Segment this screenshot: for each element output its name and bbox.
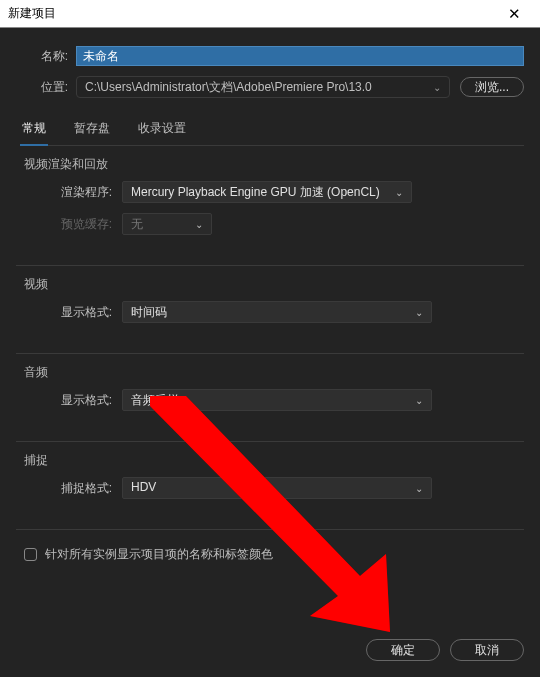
chevron-down-icon: ⌄: [433, 82, 441, 93]
tabstrip: 常规 暂存盘 收录设置: [20, 116, 524, 146]
capture-format-select[interactable]: HDV ⌄: [122, 477, 432, 499]
audio-display-value: 音频采样: [131, 393, 179, 407]
section-title-video-render: 视频渲染和回放: [24, 156, 518, 173]
section-audio: 音频 显示格式: 音频采样 ⌄: [16, 354, 524, 427]
location-select[interactable]: C:\Users\Administrator\文档\Adobe\Premiere…: [76, 76, 450, 98]
section-title-capture: 捕捉: [24, 452, 518, 469]
video-display-row: 显示格式: 时间码 ⌄: [24, 301, 518, 323]
chevron-down-icon: ⌄: [415, 307, 423, 318]
preview-cache-select: 无 ⌄: [122, 213, 212, 235]
renderer-value: Mercury Playback Engine GPU 加速 (OpenCL): [131, 185, 380, 199]
audio-display-row: 显示格式: 音频采样 ⌄: [24, 389, 518, 411]
show-names-checkbox[interactable]: [24, 548, 37, 561]
show-names-label: 针对所有实例显示项目项的名称和标签颜色: [45, 546, 273, 563]
dialog-footer: 确定 取消: [366, 639, 524, 661]
name-input[interactable]: [76, 46, 524, 66]
close-icon[interactable]: ✕: [496, 5, 532, 23]
capture-format-row: 捕捉格式: HDV ⌄: [24, 477, 518, 499]
preview-cache-label: 预览缓存:: [52, 216, 122, 233]
title-bar: 新建项目 ✕: [0, 0, 540, 28]
section-capture: 捕捉 捕捉格式: HDV ⌄: [16, 442, 524, 515]
capture-format-value: HDV: [131, 480, 156, 494]
show-names-row: 针对所有实例显示项目项的名称和标签颜色: [24, 546, 524, 563]
name-row: 名称:: [16, 46, 524, 66]
section-title-video: 视频: [24, 276, 518, 293]
header-form: 名称: 位置: C:\Users\Administrator\文档\Adobe\…: [0, 28, 540, 98]
chevron-down-icon: ⌄: [395, 187, 403, 198]
section-video-render: 视频渲染和回放 渲染程序: Mercury Playback Engine GP…: [16, 146, 524, 251]
audio-display-label: 显示格式:: [52, 392, 122, 409]
capture-format-label: 捕捉格式:: [52, 480, 122, 497]
divider: [16, 529, 524, 530]
section-title-audio: 音频: [24, 364, 518, 381]
location-value: C:\Users\Administrator\文档\Adobe\Premiere…: [85, 80, 372, 94]
tab-scratch-disks[interactable]: 暂存盘: [72, 116, 112, 145]
location-label: 位置:: [16, 79, 76, 96]
chevron-down-icon: ⌄: [415, 395, 423, 406]
video-display-select[interactable]: 时间码 ⌄: [122, 301, 432, 323]
chevron-down-icon: ⌄: [415, 483, 423, 494]
cancel-button[interactable]: 取消: [450, 639, 524, 661]
name-label: 名称:: [16, 48, 76, 65]
renderer-label: 渲染程序:: [52, 184, 122, 201]
browse-button[interactable]: 浏览...: [460, 77, 524, 97]
ok-button[interactable]: 确定: [366, 639, 440, 661]
preview-cache-value: 无: [131, 217, 143, 231]
chevron-down-icon: ⌄: [195, 219, 203, 230]
tab-ingest[interactable]: 收录设置: [136, 116, 188, 145]
video-display-label: 显示格式:: [52, 304, 122, 321]
dialog-title: 新建项目: [8, 5, 496, 22]
section-video: 视频 显示格式: 时间码 ⌄: [16, 266, 524, 339]
dialog-body: 名称: 位置: C:\Users\Administrator\文档\Adobe\…: [0, 28, 540, 563]
renderer-select[interactable]: Mercury Playback Engine GPU 加速 (OpenCL) …: [122, 181, 412, 203]
location-row: 位置: C:\Users\Administrator\文档\Adobe\Prem…: [16, 76, 524, 98]
video-display-value: 时间码: [131, 305, 167, 319]
audio-display-select[interactable]: 音频采样 ⌄: [122, 389, 432, 411]
renderer-row: 渲染程序: Mercury Playback Engine GPU 加速 (Op…: [24, 181, 518, 203]
tab-general[interactable]: 常规: [20, 116, 48, 145]
preview-cache-row: 预览缓存: 无 ⌄: [24, 213, 518, 235]
